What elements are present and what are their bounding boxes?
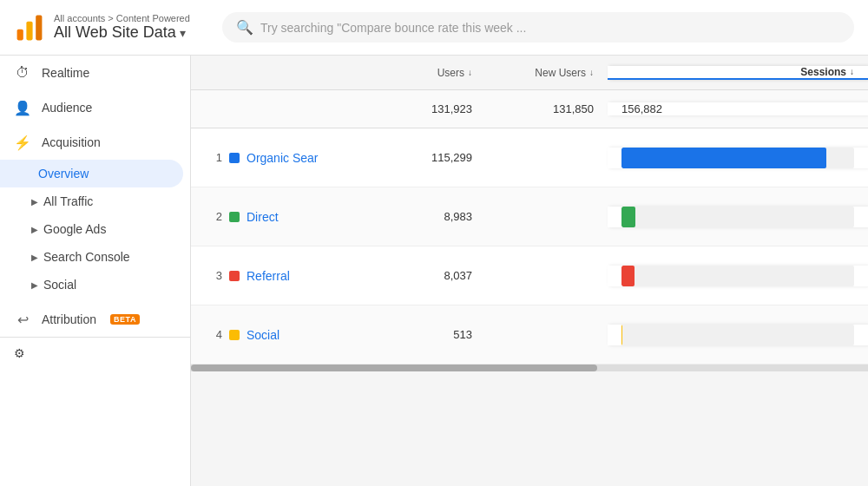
users-cell: 115,299 — [365, 151, 486, 164]
sessions-bar-cell — [608, 207, 868, 227]
new-users-sort-icon: ↓ — [589, 68, 594, 77]
totals-sessions: 156,882 — [608, 102, 868, 115]
data-rows-container: 1 Organic Sear 115,299 2 Direct 8,983 — [191, 128, 868, 364]
table-row: 3 Referral 8,037 — [191, 246, 868, 305]
triangle-icon: ▶ — [31, 197, 38, 207]
rank-cell: 1 — [198, 151, 222, 164]
sidebar-item-audience-label: Audience — [42, 101, 92, 115]
settings-item[interactable]: ⚙ — [0, 337, 190, 369]
attribution-label: Attribution — [42, 312, 96, 326]
sessions-bar-cell — [608, 148, 868, 168]
users-cell: 513 — [365, 328, 486, 341]
search-bar[interactable]: 🔍 Try searching "Compare bounce rate thi… — [222, 12, 854, 43]
totals-new-users: 131,850 — [486, 102, 608, 115]
bar-fill — [621, 325, 622, 345]
triangle-icon-2: ▶ — [31, 225, 38, 234]
social-label: Social — [43, 278, 76, 292]
header: All accounts > Content Powered All Web S… — [0, 0, 868, 56]
triangle-icon-3: ▶ — [31, 253, 38, 262]
table-row: 4 Social 513 — [191, 305, 868, 364]
breadcrumb: All accounts > Content Powered — [54, 13, 190, 23]
sidebar-sub-item-social[interactable]: ▶ Social — [0, 271, 190, 299]
bar-container — [621, 207, 854, 227]
ga-logo-icon — [14, 12, 45, 43]
totals-users: 131,923 — [365, 102, 486, 115]
table-header: Users ↓ New Users ↓ Sessions ↓ — [191, 56, 868, 90]
sidebar: ⏱ Realtime 👤 Audience ⚡ Acquisition Over… — [0, 56, 191, 486]
main-layout: ⏱ Realtime 👤 Audience ⚡ Acquisition Over… — [0, 56, 868, 486]
triangle-icon-4: ▶ — [31, 280, 38, 290]
sidebar-sub-item-all-traffic[interactable]: ▶ All Traffic — [0, 187, 190, 215]
property-selector[interactable]: All Web Site Data ▾ — [54, 23, 190, 42]
bar-container — [621, 325, 854, 345]
col-header-users[interactable]: Users ↓ — [365, 67, 486, 79]
table-row: 2 Direct 8,983 — [191, 187, 868, 246]
color-indicator — [229, 153, 240, 163]
acquisition-icon: ⚡ — [14, 134, 31, 151]
col-header-new-users[interactable]: New Users ↓ — [486, 67, 608, 79]
chevron-down-icon: ▾ — [180, 26, 186, 40]
google-ads-label: Google Ads — [43, 222, 106, 236]
rank-cell: 3 — [198, 269, 222, 282]
attribution-icon: ↩ — [14, 311, 31, 328]
color-indicator — [229, 212, 240, 222]
sessions-bar-cell — [608, 266, 868, 286]
audience-icon: 👤 — [14, 99, 31, 116]
search-icon: 🔍 — [236, 19, 253, 36]
content-area: Users ↓ New Users ↓ Sessions ↓ 131,923 1… — [191, 56, 868, 486]
bar-container — [621, 266, 854, 286]
col-header-sessions[interactable]: Sessions ↓ — [608, 66, 868, 80]
bar-fill — [621, 266, 635, 286]
channel-link[interactable]: Organic Sear — [247, 151, 318, 165]
search-placeholder: Try searching "Compare bounce rate this … — [260, 21, 526, 35]
users-cell: 8,037 — [365, 269, 486, 282]
settings-icon: ⚙ — [14, 346, 25, 360]
sidebar-sub-item-google-ads[interactable]: ▶ Google Ads — [0, 215, 190, 243]
sessions-sort-icon: ↓ — [850, 67, 854, 76]
search-console-label: Search Console — [43, 250, 130, 264]
scrollbar-thumb — [191, 364, 597, 371]
sidebar-item-audience[interactable]: 👤 Audience — [0, 90, 190, 125]
svg-rect-1 — [26, 21, 32, 40]
sidebar-sub-item-overview[interactable]: Overview — [0, 160, 183, 187]
account-info: All accounts > Content Powered All Web S… — [54, 13, 190, 42]
table-row: 1 Organic Sear 115,299 — [191, 128, 868, 187]
realtime-icon: ⏱ — [14, 64, 31, 82]
color-indicator — [229, 271, 240, 281]
overview-label: Overview — [38, 167, 89, 181]
channel-link[interactable]: Referral — [247, 269, 290, 283]
sidebar-sub-item-search-console[interactable]: ▶ Search Console — [0, 243, 190, 271]
bar-fill — [621, 148, 826, 168]
sidebar-item-realtime-label: Realtime — [42, 66, 89, 80]
bar-fill — [621, 207, 635, 227]
logo-area: All accounts > Content Powered All Web S… — [14, 12, 205, 43]
sidebar-item-realtime[interactable]: ⏱ Realtime — [0, 56, 190, 90]
rank-cell: 2 — [198, 210, 222, 223]
color-indicator — [229, 330, 240, 340]
sessions-bar-cell — [608, 325, 868, 345]
bar-container — [621, 148, 854, 168]
channel-link[interactable]: Social — [247, 328, 279, 342]
sidebar-item-acquisition[interactable]: ⚡ Acquisition — [0, 125, 190, 160]
sidebar-item-attribution[interactable]: ↩ Attribution BETA — [0, 302, 190, 337]
channel-link[interactable]: Direct — [247, 210, 279, 224]
totals-row: 131,923 131,850 156,882 — [191, 90, 868, 128]
property-name: All Web Site Data — [54, 23, 176, 42]
svg-rect-0 — [17, 29, 23, 40]
svg-rect-2 — [36, 15, 42, 40]
all-traffic-label: All Traffic — [43, 194, 93, 208]
users-cell: 8,983 — [365, 210, 486, 223]
beta-badge: BETA — [110, 314, 140, 325]
rank-cell: 4 — [198, 328, 222, 341]
sidebar-item-acquisition-label: Acquisition — [42, 135, 101, 149]
scrollbar[interactable] — [191, 364, 868, 371]
users-sort-icon: ↓ — [468, 68, 472, 77]
